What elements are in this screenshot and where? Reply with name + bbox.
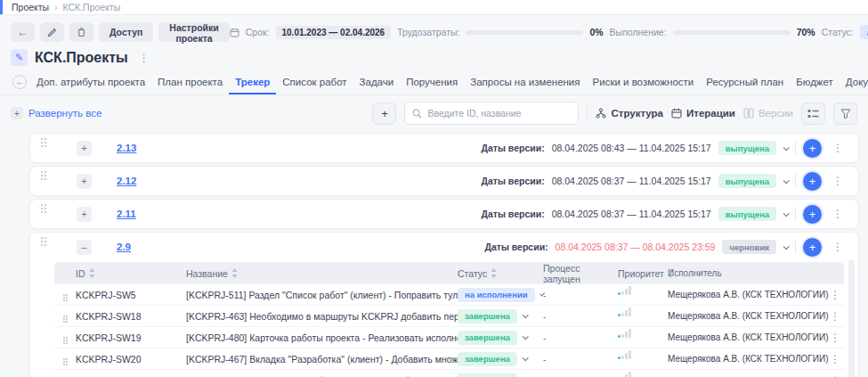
row-kebab-menu[interactable]: ⋮ (826, 331, 844, 345)
drag-handle-icon[interactable] (63, 358, 65, 360)
chevron-down-icon[interactable] (783, 177, 790, 184)
chevron-down-icon[interactable] (523, 333, 529, 340)
drag-handle-icon[interactable] (41, 138, 43, 140)
add-work-button[interactable]: + (803, 205, 822, 224)
column-header-name[interactable]: Название (186, 268, 458, 279)
drag-handle-icon[interactable] (41, 171, 43, 173)
collapse-toggle[interactable]: – (77, 240, 92, 255)
add-work-button[interactable]: + (803, 172, 822, 191)
divider (587, 105, 588, 121)
version-kebab-menu[interactable]: ⋮ (829, 141, 847, 155)
tab-porucheniya[interactable]: Поручения (400, 70, 464, 94)
back-button[interactable]: ← (11, 22, 35, 42)
drag-handle-icon[interactable] (63, 316, 65, 317)
drag-handle-icon[interactable] (41, 204, 43, 206)
version-card-2-13: + 2.13 Даты версии: 08.04.2025 08:43 — 1… (29, 133, 859, 163)
divider (795, 174, 796, 188)
calendar-icon (230, 28, 239, 37)
column-header-priority[interactable]: Приоритет (618, 268, 668, 279)
column-header-process[interactable]: Процесс запущен (543, 263, 618, 284)
term-value[interactable]: 10.01.2023 — 02.04.2026 (276, 26, 392, 39)
add-work-button[interactable]: + (803, 139, 822, 158)
project-edit-icon[interactable]: ✎ (11, 49, 28, 66)
iterations-button[interactable]: Итерации (671, 108, 735, 119)
chevron-down-icon[interactable] (783, 144, 790, 151)
table-row[interactable]: KCKPRJ-SW20 [KCKPRJ-467] Вкладка "Разраб… (54, 348, 844, 370)
edit-button[interactable] (40, 22, 64, 42)
add-work-button[interactable]: + (803, 238, 822, 257)
table-row[interactable]: KCKPRJ-SW21 [KCKPRJ-466] Вкладка "Разраб… (54, 370, 844, 377)
tab-zadachi[interactable]: Задачи (353, 70, 401, 94)
tab-dokumenty[interactable]: Документы (840, 70, 868, 94)
column-header-assignee[interactable]: Исполнитель (668, 268, 826, 278)
tab-riski[interactable]: Риски и возможности (587, 70, 701, 94)
status-badge[interactable]: активен (860, 25, 868, 39)
work-status-badge[interactable]: завершена (458, 373, 517, 377)
work-status-badge[interactable]: завершена (458, 331, 517, 345)
version-status-badge[interactable]: выпущена (718, 174, 776, 188)
drag-handle-icon[interactable] (41, 237, 43, 239)
expand-toggle[interactable]: + (77, 207, 92, 222)
table-row[interactable]: KCKPRJ-SW5 [KCKPRJ-511] Раздел "Список р… (54, 284, 844, 306)
work-name[interactable]: [KCKPRJ-467] Вкладка "Разработка" (клиен… (186, 354, 458, 365)
work-name[interactable]: [KCKPRJ-480] Карточка работы проекта - Р… (186, 332, 458, 343)
work-process: - (543, 354, 618, 365)
table-row[interactable]: KCKPRJ-SW19 [KCKPRJ-480] Карточка работы… (54, 327, 844, 348)
chevron-down-icon[interactable] (783, 243, 790, 250)
version-link[interactable]: 2.9 (117, 242, 131, 252)
chevron-down-icon[interactable] (783, 210, 790, 217)
version-kebab-menu[interactable]: ⋮ (829, 174, 847, 188)
row-kebab-menu[interactable]: ⋮ (826, 288, 844, 302)
structure-button[interactable]: Структура (596, 108, 663, 119)
title-kebab-menu[interactable]: ⋮ (135, 51, 153, 65)
tabs-scroll-left-button[interactable]: ← (12, 75, 27, 89)
version-status-badge[interactable]: выпущена (718, 141, 776, 155)
table-row[interactable]: KCKPRJ-SW18 [KCKPRJ-463] Необходимо в ма… (54, 306, 844, 327)
version-status-badge[interactable]: черновик (722, 240, 776, 254)
row-kebab-menu[interactable]: ⋮ (826, 373, 844, 377)
project-settings-button[interactable]: Настройки проекта (158, 22, 229, 42)
column-header-status[interactable]: Статус (458, 268, 543, 279)
tab-dop-atributy[interactable]: Доп. атрибуты проекта (30, 70, 151, 94)
scrollbar[interactable] (848, 259, 855, 377)
expand-toggle[interactable]: + (77, 174, 92, 189)
access-button[interactable]: Доступ (99, 22, 153, 42)
display-settings-button[interactable] (801, 102, 825, 125)
tab-plan-proekta[interactable]: План проекта (151, 70, 229, 94)
expand-all-button[interactable]: + Развернуть все (11, 107, 101, 119)
work-name[interactable]: [KCKPRJ-463] Необходимо в маршруты KCKPR… (186, 311, 458, 322)
search-icon (412, 109, 422, 119)
drag-handle-icon[interactable] (63, 337, 65, 339)
version-dates-label: Даты версии: (481, 209, 544, 219)
tab-spisok-rabot[interactable]: Список работ (276, 70, 353, 94)
tab-resursny-plan[interactable]: Ресурсный план (700, 70, 790, 94)
chevron-down-icon[interactable] (523, 355, 529, 361)
drag-handle-icon[interactable] (63, 294, 65, 296)
row-kebab-menu[interactable]: ⋮ (826, 352, 844, 366)
version-kebab-menu[interactable]: ⋮ (829, 240, 847, 254)
work-status-badge[interactable]: завершена (458, 309, 517, 324)
column-header-id[interactable]: ID (74, 268, 186, 279)
breadcrumb-projects[interactable]: Проекты (12, 2, 49, 12)
search-input[interactable] (427, 108, 571, 119)
row-kebab-menu[interactable]: ⋮ (826, 309, 844, 324)
work-status-badge[interactable]: на исполнении (458, 288, 535, 302)
version-link[interactable]: 2.12 (117, 176, 136, 186)
version-status-badge[interactable]: выпущена (718, 207, 776, 221)
version-link[interactable]: 2.13 (117, 143, 136, 153)
tab-byudzhet[interactable]: Бюджет (790, 70, 840, 94)
version-link[interactable]: 2.11 (117, 209, 136, 219)
add-version-button[interactable]: + (372, 102, 396, 125)
tab-zaprosy[interactable]: Запросы на изменения (464, 70, 586, 94)
work-name[interactable]: [KCKPRJ-511] Раздел "Список работ" (клие… (186, 290, 458, 300)
chevron-down-icon[interactable] (523, 312, 529, 318)
versions-button[interactable]: Версии (743, 108, 793, 119)
delete-button[interactable] (69, 22, 93, 42)
work-status-badge[interactable]: завершена (458, 352, 517, 366)
version-card-2-11: + 2.11 Даты версии: 08.04.2025 08:37 — 1… (29, 199, 859, 229)
expand-toggle[interactable]: + (77, 141, 92, 156)
tab-treker[interactable]: Трекер (229, 70, 276, 94)
filter-button[interactable] (833, 102, 857, 125)
version-kebab-menu[interactable]: ⋮ (829, 207, 847, 221)
version-dates: 08.04.2025 08:37 — 11.04.2025 15:17 (552, 209, 711, 219)
